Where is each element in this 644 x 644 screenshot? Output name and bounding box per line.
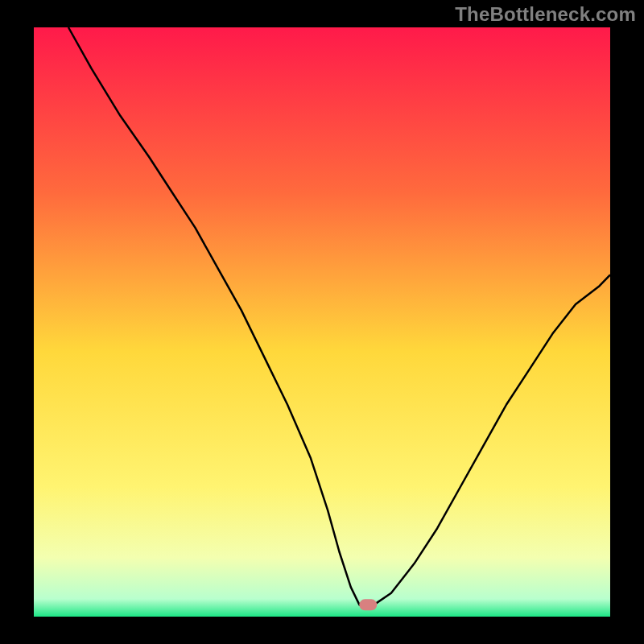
chart-svg [0, 0, 644, 644]
watermark-text: TheBottleneck.com [455, 3, 636, 26]
frame-edge [610, 0, 644, 644]
frame-edge [0, 617, 644, 644]
frame-edge [0, 0, 34, 644]
bottleneck-chart: TheBottleneck.com [0, 0, 644, 644]
optimal-marker [359, 599, 377, 610]
